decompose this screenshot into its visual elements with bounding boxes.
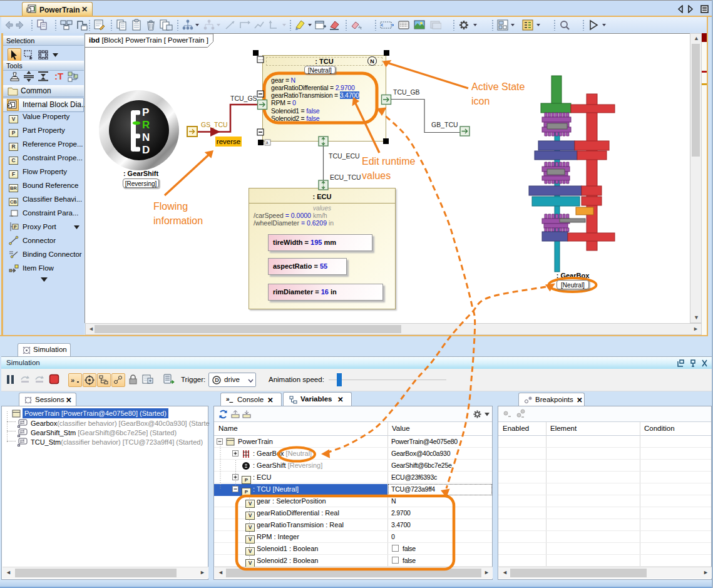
svg-text:P: P <box>14 225 17 229</box>
svg-text:»: » <box>71 376 74 384</box>
svg-text:D: D <box>215 377 219 383</box>
svg-text:⋯: ⋯ <box>259 57 264 63</box>
svg-text:a: a <box>266 140 269 145</box>
